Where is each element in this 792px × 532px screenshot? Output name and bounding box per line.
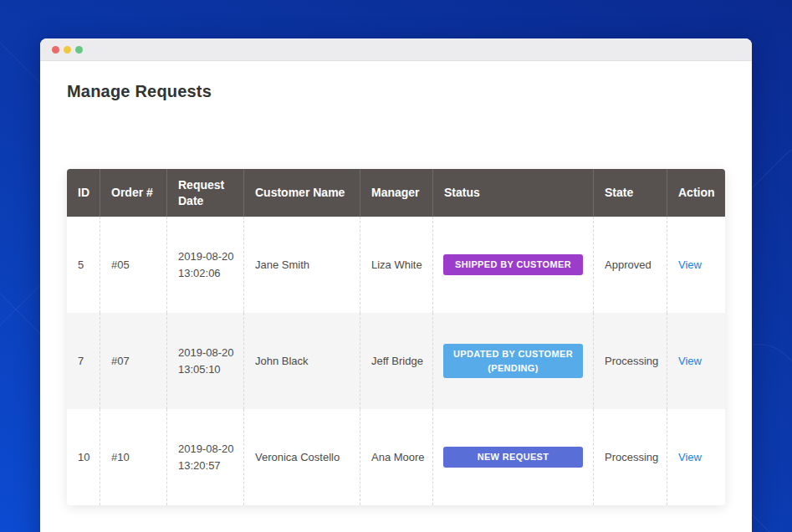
minimize-window-icon[interactable] (64, 46, 71, 54)
cell-state: Approved (593, 217, 667, 313)
header-status: Status (432, 169, 593, 217)
cell-status: UPDATED BY CUSTOMER (PENDING) (432, 313, 593, 409)
cell-order: #07 (100, 313, 166, 409)
cell-id: 5 (67, 217, 100, 313)
zoom-window-icon[interactable] (75, 46, 83, 54)
view-link[interactable]: View (678, 353, 702, 370)
header-request-date: Request Date (166, 169, 243, 217)
cell-request-date: 2019-08-20 13:02:06 (166, 217, 243, 313)
window-titlebar[interactable] (40, 38, 752, 61)
header-action: Action (667, 169, 725, 217)
status-badge: SHIPPED BY CUSTOMER (443, 254, 583, 275)
request-time: 13:20:57 (178, 458, 234, 474)
header-state: State (593, 169, 667, 217)
request-date: 2019-08-20 (178, 248, 234, 265)
view-link[interactable]: View (678, 449, 702, 466)
table-row: 10 #10 2019-08-20 13:20:57 Veronica Cost… (67, 409, 725, 505)
request-date: 2019-08-20 (178, 345, 234, 361)
cell-id: 10 (67, 409, 100, 505)
cell-status: SHIPPED BY CUSTOMER (432, 217, 593, 313)
cell-customer: Veronica Costello (243, 409, 360, 505)
table-row: 7 #07 2019-08-20 13:05:10 John Black Jef… (67, 313, 725, 409)
request-time: 13:05:10 (178, 361, 234, 378)
cell-customer: Jane Smith (243, 217, 360, 313)
page-title: Manage Requests (67, 82, 212, 101)
status-badge: UPDATED BY CUSTOMER (PENDING) (443, 344, 583, 378)
cell-state: Processing (593, 409, 667, 505)
status-badge: NEW REQUEST (443, 447, 583, 468)
cell-order: #05 (100, 217, 166, 313)
header-id: ID (67, 169, 100, 217)
cell-state: Processing (593, 313, 667, 409)
cell-request-date: 2019-08-20 13:05:10 (166, 313, 243, 409)
header-manager: Manager (360, 169, 432, 217)
close-window-icon[interactable] (52, 46, 59, 54)
cell-id: 7 (67, 313, 100, 409)
cell-action: View (667, 313, 725, 409)
view-link[interactable]: View (678, 257, 702, 274)
cell-action: View (667, 409, 725, 505)
header-customer-name: Customer Name (243, 169, 360, 217)
cell-manager: Liza White (360, 217, 432, 313)
cell-manager: Jeff Bridge (360, 313, 432, 409)
request-date: 2019-08-20 (178, 441, 234, 458)
table-header-row: ID Order # Request Date Customer Name Ma… (67, 169, 725, 217)
requests-table: ID Order # Request Date Customer Name Ma… (67, 169, 725, 505)
table-row: 5 #05 2019-08-20 13:02:06 Jane Smith Liz… (67, 217, 725, 313)
cell-manager: Ana Moore (360, 409, 432, 505)
cell-status: NEW REQUEST (432, 409, 593, 505)
cell-customer: John Black (243, 313, 360, 409)
request-time: 13:02:06 (178, 265, 234, 282)
app-window: Manage Requests ID Order # Request Date … (40, 38, 752, 532)
header-order: Order # (100, 169, 166, 217)
cell-action: View (667, 217, 725, 313)
cell-order: #10 (100, 409, 166, 505)
cell-request-date: 2019-08-20 13:20:57 (166, 409, 243, 505)
